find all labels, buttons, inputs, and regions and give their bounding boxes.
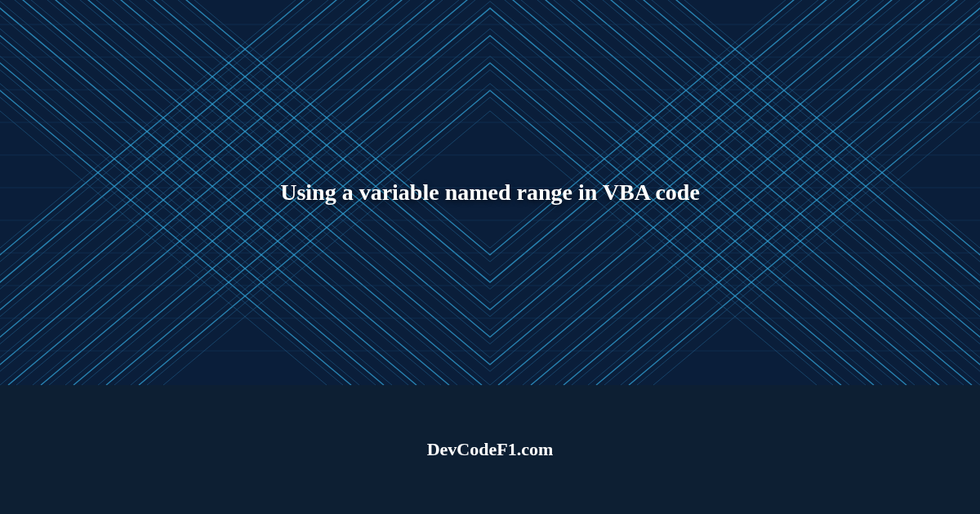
footer-bar: DevCodeF1.com: [0, 385, 980, 514]
article-title: Using a variable named range in VBA code: [247, 179, 733, 206]
hero-banner: Using a variable named range in VBA code: [0, 0, 980, 385]
site-name: DevCodeF1.com: [427, 439, 554, 460]
